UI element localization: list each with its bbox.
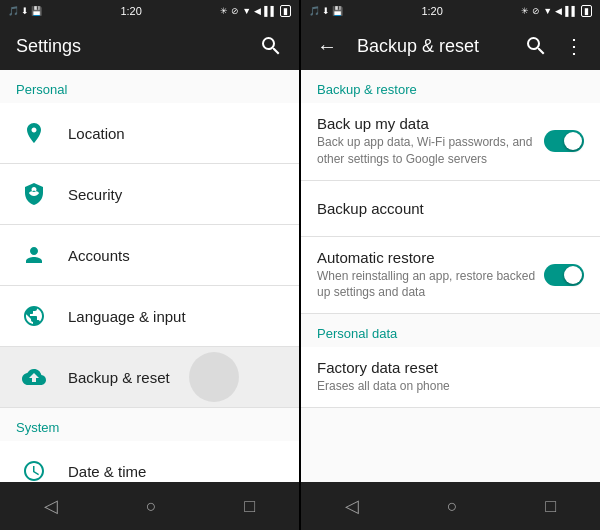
auto-restore-text: Automatic restore When reinstalling an a… [317, 249, 544, 302]
left-panel: 🎵⬇💾 1:20 ✳ ⊘ ▼ ◀ ▌▌ ▮ Settings Personal [0, 0, 299, 530]
personal-section-header: Personal [0, 70, 299, 103]
factory-reset-subtitle: Erases all data on phone [317, 378, 584, 395]
backup-data-title: Back up my data [317, 115, 544, 132]
backup-account-title: Backup account [317, 200, 584, 217]
settings-item-datetime[interactable]: Date & time [0, 441, 299, 482]
language-item-text: Language & input [68, 308, 283, 325]
accounts-icon [22, 243, 46, 267]
right-more-button[interactable]: ⋮ [564, 34, 584, 58]
search-icon-right [524, 34, 548, 58]
left-home-button[interactable]: ○ [122, 488, 181, 525]
right-home-button[interactable]: ○ [423, 488, 482, 525]
system-section-header: System [0, 408, 299, 441]
right-panel: 🎵⬇💾 1:20 ✳ ⊘ ▼ ◀ ▌▌ ▮ ← Backup & reset ⋮… [301, 0, 600, 530]
backup-icon-container [16, 359, 52, 395]
clock-icon [22, 459, 46, 482]
datetime-title: Date & time [68, 463, 283, 480]
settings-item-accounts[interactable]: Accounts [0, 225, 299, 286]
location-title: Location [68, 125, 283, 142]
left-app-bar: Settings [0, 22, 299, 70]
auto-restore-toggle[interactable] [544, 264, 584, 286]
accounts-icon-container [16, 237, 52, 273]
security-title: Security [68, 186, 283, 203]
language-title: Language & input [68, 308, 283, 325]
settings-item-security[interactable]: Security [0, 164, 299, 225]
settings-item-location[interactable]: Location [0, 103, 299, 164]
datetime-icon-container [16, 453, 52, 482]
settings-item-backup-account[interactable]: Backup account [301, 181, 600, 237]
ripple [189, 352, 239, 402]
location-icon [22, 121, 46, 145]
left-search-button[interactable] [259, 34, 283, 58]
personal-data-header: Personal data [301, 314, 600, 347]
left-status-right-icons: ✳ ⊘ ▼ ◀ ▌▌ ▮ [220, 5, 291, 17]
right-search-button[interactable] [524, 34, 548, 58]
right-back-button[interactable]: ◁ [321, 487, 383, 525]
left-app-bar-title: Settings [16, 36, 243, 57]
backup-icon [22, 365, 46, 389]
backup-title: Backup & reset [68, 369, 283, 386]
left-status-bar: 🎵⬇💾 1:20 ✳ ⊘ ▼ ◀ ▌▌ ▮ [0, 0, 299, 22]
right-status-bar: 🎵⬇💾 1:20 ✳ ⊘ ▼ ◀ ▌▌ ▮ [301, 0, 600, 22]
language-icon [22, 304, 46, 328]
left-back-button[interactable]: ◁ [20, 487, 82, 525]
settings-item-auto-restore[interactable]: Automatic restore When reinstalling an a… [301, 237, 600, 315]
right-status-left-icons: 🎵⬇💾 [309, 6, 343, 16]
backup-item-text: Backup & reset [68, 369, 283, 386]
factory-reset-title: Factory data reset [317, 359, 584, 376]
search-icon [259, 34, 283, 58]
right-status-time: 1:20 [421, 5, 442, 17]
security-icon [22, 182, 46, 206]
right-back-nav-button[interactable]: ← [317, 35, 337, 58]
backup-account-text: Backup account [317, 200, 584, 217]
backup-data-toggle[interactable] [544, 130, 584, 152]
auto-restore-title: Automatic restore [317, 249, 544, 266]
accounts-item-text: Accounts [68, 247, 283, 264]
settings-item-backup[interactable]: Backup & reset [0, 347, 299, 408]
backup-data-text: Back up my data Back up app data, Wi-Fi … [317, 115, 544, 168]
backup-data-subtitle: Back up app data, Wi-Fi passwords, and o… [317, 134, 544, 168]
right-status-right-icons: ✳ ⊘ ▼ ◀ ▌▌ ▮ [521, 5, 592, 17]
left-nav-bar: ◁ ○ □ [0, 482, 299, 530]
settings-item-factory-reset[interactable]: Factory data reset Erases all data on ph… [301, 347, 600, 408]
location-item-text: Location [68, 125, 283, 142]
right-content: Backup & restore Back up my data Back up… [301, 70, 600, 482]
right-nav-bar: ◁ ○ □ [301, 482, 600, 530]
factory-reset-text: Factory data reset Erases all data on ph… [317, 359, 584, 395]
settings-item-backup-data[interactable]: Back up my data Back up app data, Wi-Fi … [301, 103, 600, 181]
left-content: Personal Location Security [0, 70, 299, 482]
location-icon-container [16, 115, 52, 151]
left-status-left-icons: 🎵⬇💾 [8, 6, 42, 16]
security-icon-container [16, 176, 52, 212]
security-item-text: Security [68, 186, 283, 203]
auto-restore-subtitle: When reinstalling an app, restore backed… [317, 268, 544, 302]
backup-restore-header: Backup & restore [301, 70, 600, 103]
left-recents-button[interactable]: □ [220, 488, 279, 525]
right-app-bar: ← Backup & reset ⋮ [301, 22, 600, 70]
right-recents-button[interactable]: □ [521, 488, 580, 525]
accounts-title: Accounts [68, 247, 283, 264]
settings-item-language[interactable]: Language & input [0, 286, 299, 347]
right-app-bar-title: Backup & reset [357, 36, 508, 57]
left-status-time: 1:20 [120, 5, 141, 17]
language-icon-container [16, 298, 52, 334]
datetime-item-text: Date & time [68, 463, 283, 480]
